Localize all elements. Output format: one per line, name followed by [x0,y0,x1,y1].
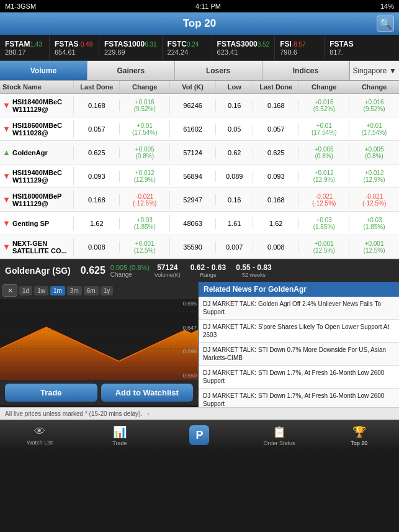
last-done2-cell: 0.168 [253,100,299,111]
stat-52weeks: 0.55 - 0.83 52 weeks [236,263,271,278]
ticker-fstas[interactable]: FSTAS-0.49 654.61 [50,35,99,60]
tab-gainers[interactable]: Gainers [87,61,175,80]
direction-icon: ▼ [2,101,11,110]
vol-cell: 52947 [170,194,216,205]
nav-order-status[interactable]: 📋 Order Status [240,420,320,451]
stock-name-cell: ▼ NEXT-GEN SATELLITE CO... [0,238,74,256]
page-title: Top 20 [183,17,217,30]
stat-vol: 57124 Volume(K) [155,263,181,278]
chart-news-area: ✕ 1d 1w 1m 3m 6m 1y [0,282,399,407]
stat-range: 0.62 - 0.63 Range [191,263,226,278]
change-cell: +0.005 (0.8%) [120,144,170,161]
time: 4:11 PM [195,2,221,10]
status-bar: M1-3GSM 4:11 PM 14% [0,0,399,12]
nav-trade[interactable]: 📊 Trade [80,420,160,451]
vol-cell: 35590 [170,241,216,253]
table-row[interactable]: ▼ HSI18600MBeC W111028@ 0.057 +0.01 (17.… [0,117,399,141]
chart-btn-1d[interactable]: 1d [19,286,32,295]
stock-name-cell: ▼ HSI18400MBeC W111129@ [0,96,74,115]
nav-p[interactable]: P [159,420,240,451]
search-button[interactable]: 🔍 [377,16,394,32]
vol-cell: 48063 [170,218,216,229]
col-last-done: Last Done [74,81,120,93]
nav-order-status-label: Order Status [264,440,295,446]
low-cell: 0.62 [216,147,253,158]
low-cell: 0.05 [216,124,253,135]
add-to-watchlist-button[interactable]: Add to Watchlist [101,384,194,402]
last-done: 0.057 [74,124,120,135]
pagination-dot: • [147,410,150,417]
nav-trade-label: Trade [112,440,127,446]
last-done2-cell: 0.057 [253,124,299,135]
stock-name: HSI18400MBeC W111129@ [12,98,71,113]
tab-losers[interactable]: Losers [175,61,262,80]
news-item[interactable]: DJ MARKET TALK: STI Down 1.7%, At Fresh … [199,366,399,389]
ticker-fstam[interactable]: FSTAM1.43 280.17 [0,35,50,60]
low-cell: 0.16 [216,194,253,205]
stock-table: Stock Name Last Done Change Vol (K) Low … [0,81,399,259]
ticker-fstas3000[interactable]: FSTAS30003.52 623.41 [212,35,276,60]
tab-indices[interactable]: Indices [262,61,350,80]
detail-panel: GoldenAgr (SG) 0.625 0.005 (0.8%) Change… [0,259,399,282]
change2-cell: -0.021 (-12.5%) [299,191,349,209]
nav-top20[interactable]: 🏆 Top 20 [319,420,399,451]
change-cell: +0.03 (1.85%) [120,215,170,232]
table-row[interactable]: ▼ HSI18000MBeP W111129@ 0.168 -0.021 (-1… [0,188,399,212]
table-row[interactable]: ▲ GoldenAgr 0.625 +0.005 (0.8%) 57124 0.… [0,141,399,165]
change3-cell: +0.016 (9.52%) [349,97,399,114]
news-item[interactable]: DJ MARKET TALK: S'pore Shares Likely To … [199,320,399,343]
nav-top20-label: Top 20 [351,440,367,446]
direction-icon: ▼ [2,124,11,133]
last-done2-cell: 0.168 [253,194,299,205]
change-cell: +0.01 (17.54%) [120,120,170,138]
vol-cell: 61602 [170,124,216,135]
tab-volume[interactable]: Volume [0,61,87,80]
change3-cell: -0.021 (-12.5%) [349,191,399,209]
col-change2: Change [299,81,349,93]
table-header: Stock Name Last Done Change Vol (K) Low … [0,81,399,94]
chart-btn-1y[interactable]: 1y [101,286,114,295]
last-done: 0.093 [74,171,120,182]
news-item[interactable]: DJ MARKET TALK: Golden Agri Off 2.4% Uni… [199,297,399,320]
change2-cell: +0.001 (12.5%) [299,238,349,256]
stock-name: HSI19400MBeC W111129@ [12,169,71,184]
col-change3: Change [349,81,399,93]
news-item[interactable]: DJ MARKET TALK: STI Down 1.7%, At Fresh … [199,389,399,407]
news-item[interactable]: DJ MARKET TALK: STI Down 0.7% More Downs… [199,343,399,366]
chart-btn-6m[interactable]: 6m [84,286,99,295]
table-row[interactable]: ▼ HSI18400MBeC W111129@ 0.168 +0.016 (9.… [0,94,399,117]
nav-watchlist[interactable]: 👁 Watch List [0,420,80,451]
disclaimer: All live prices unless marked * (15-20 m… [0,407,399,420]
change-cell: +0.016 (9.52%) [120,97,170,114]
ticker-fstas-last[interactable]: FSTAS 817. [325,35,374,60]
last-done2-cell: 1.62 [253,218,299,229]
chart-btn-3m[interactable]: 3m [67,286,82,295]
change-cell: +0.012 (12.9%) [120,168,170,185]
change2-cell: +0.005 (0.8%) [299,144,349,161]
table-row[interactable]: ▼ HSI19400MBeC W111129@ 0.093 +0.012 (12… [0,165,399,188]
stock-name: Genting SP [12,220,49,227]
chart-btn-1m[interactable]: 1m [50,286,65,295]
region-selector[interactable]: Singapore ▼ [349,61,399,80]
news-header: Related News For GoldenAgr [199,282,399,297]
direction-icon: ▼ [2,171,11,181]
ticker-fstas1000[interactable]: FSTAS10006.31 229.69 [99,35,163,60]
top20-icon: 🏆 [352,425,366,439]
table-row[interactable]: ▼ NEXT-GEN SATELLITE CO... 0.008 +0.001 … [0,235,399,259]
last-done2-cell: 0.093 [253,171,299,182]
ticker-strip: FSTAM1.43 280.17 FSTAS-0.49 654.61 FSTAS… [0,35,399,61]
trade-button[interactable]: Trade [5,384,97,402]
low-cell: 0.007 [216,241,253,253]
chevron-down-icon: ▼ [389,66,397,75]
change-cell: -0.021 (-12.5%) [120,191,170,209]
low-cell: 0.089 [216,171,253,182]
table-row[interactable]: ▼ Genting SP 1.62 +0.03 (1.85%) 48063 1.… [0,212,399,235]
ticker-fstc[interactable]: FSTC0.24 224.24 [163,35,212,60]
ticker-fsi[interactable]: FSI-8.57 790.6 [275,35,325,60]
last-done: 0.168 [74,100,120,111]
watchlist-icon: 👁 [34,425,45,438]
direction-icon: ▼ [2,195,11,204]
chart-type-icon[interactable]: ✕ [2,284,17,297]
chart-area: ✕ 1d 1w 1m 3m 6m 1y [0,282,199,407]
chart-btn-1w[interactable]: 1w [34,286,48,295]
